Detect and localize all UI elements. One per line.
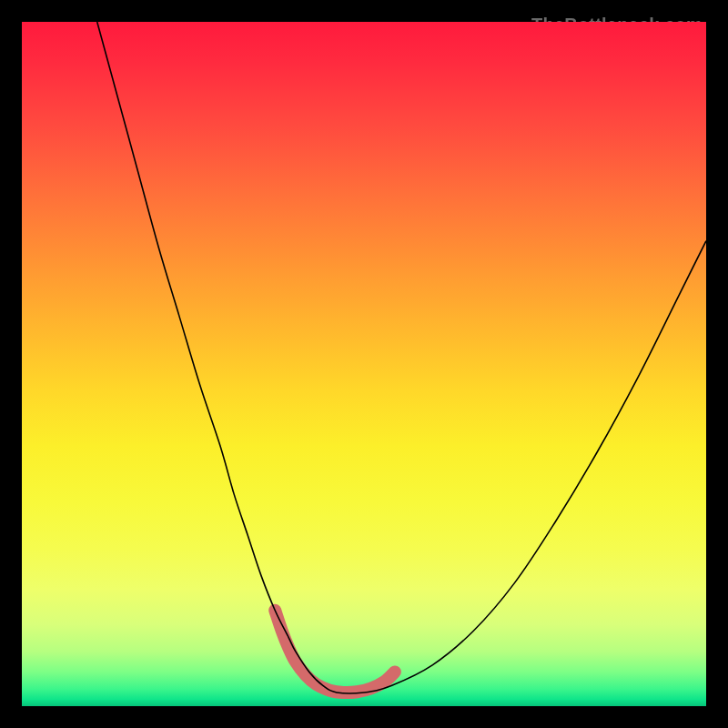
- highlight-u-path: [275, 611, 395, 693]
- bottleneck-curve-path: [97, 22, 706, 693]
- plot-area: [22, 22, 706, 706]
- curve-layer: [22, 22, 706, 706]
- chart-frame: TheBottleneck.com: [13, 13, 715, 715]
